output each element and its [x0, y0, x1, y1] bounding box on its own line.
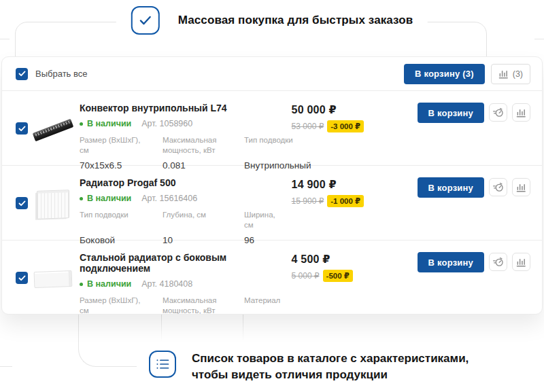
footer-caption-line1: Список товаров в каталоге с характеристи… — [192, 351, 469, 367]
row-checkbox[interactable] — [16, 272, 28, 284]
status-line: В наличии Арт. 15616406 — [80, 194, 292, 203]
discount-badge: -500 ₽ — [323, 270, 353, 282]
edge-tick — [0, 39, 10, 39]
list-toolbar: Выбрать все В корзину (3) (3) — [2, 57, 542, 91]
stopwatch-icon — [492, 257, 504, 267]
product-specs: Тип подводки Глубина, см Ширина, см Боко… — [80, 210, 292, 245]
product-sku: Арт. 1058960 — [141, 119, 192, 128]
stock-status: В наличии — [87, 119, 131, 128]
spec-label: Глубина, см — [163, 210, 244, 230]
section-footer: Список товаров в каталоге с характеристи… — [149, 351, 475, 383]
compare-bars-icon — [516, 257, 526, 267]
status-line: В наличии Арт. 4180408 — [80, 279, 292, 289]
add-to-cart-button[interactable]: В корзину — [418, 177, 484, 198]
old-price: 15 900 ₽ — [292, 196, 324, 206]
product-specs: Размер (ВхШхГ), см Максимальная мощность… — [80, 296, 292, 315]
connector-line — [161, 313, 162, 342]
spec-label: Максимальная мощность, кВт — [163, 135, 244, 156]
product-image[interactable] — [32, 258, 74, 300]
compare-count: (3) — [513, 69, 523, 79]
price-block: 4 500 ₽ 5 000 ₽ -500 ₽ — [292, 249, 418, 282]
stock-dot-icon — [80, 122, 83, 126]
bulk-purchase-feature-section: Массовая покупка для быстрых заказов Выб… — [0, 0, 544, 392]
compare-bars-icon — [498, 69, 509, 79]
product-info: Радиатор Progaf 500 В наличии Арт. 15616… — [80, 175, 292, 245]
quick-order-button[interactable] — [489, 253, 507, 271]
row-actions: В корзину — [418, 100, 530, 123]
product-info: Конвектор внутрипольный L74 В наличии Ар… — [80, 100, 292, 171]
price: 14 900 ₽ — [292, 178, 418, 191]
spec-value: 0.081 — [163, 160, 244, 171]
spec-label: Размер (ВхШхГ), см — [80, 135, 163, 156]
stock-status: В наличии — [87, 279, 131, 289]
edge-tick — [534, 39, 544, 39]
product-specs: Размер (ВхШхГ), см Максимальная мощность… — [80, 135, 292, 171]
spec-label: Тип подводки — [80, 210, 163, 230]
old-price: 53 000 ₽ — [292, 122, 324, 131]
product-title[interactable]: Радиатор Progaf 500 — [80, 177, 292, 188]
product-sku: Арт. 15616406 — [141, 194, 197, 203]
row-actions: В корзину — [418, 249, 530, 272]
spec-label: Максимальная мощность, кВт — [163, 296, 244, 315]
product-title[interactable]: Стальной радиатор с боковым подключением — [80, 252, 292, 274]
section-title: Массовая покупка для быстрых заказов — [178, 14, 413, 27]
bulk-compare-button[interactable]: (3) — [491, 64, 530, 84]
spec-label: Ширина, см — [244, 210, 292, 230]
compare-button[interactable] — [512, 103, 530, 122]
edge-tick — [0, 366, 12, 367]
price-block: 50 000 ₽ 53 000 ₽ -3 000 ₽ — [292, 100, 418, 132]
check-icon — [131, 6, 160, 35]
compare-button[interactable] — [512, 178, 530, 196]
spec-value: 70x15x6.5 — [80, 160, 163, 171]
discount-badge: -1 000 ₽ — [327, 195, 364, 207]
section-header: Массовая покупка для быстрых заказов — [116, 4, 428, 36]
spec-value: Внутрипольный — [244, 160, 318, 171]
stopwatch-icon — [492, 182, 504, 192]
product-title[interactable]: Конвектор внутрипольный L74 — [80, 103, 292, 113]
product-image[interactable] — [32, 109, 74, 151]
price-block: 14 900 ₽ 15 900 ₽ -1 000 ₽ — [292, 175, 418, 207]
old-price: 5 000 ₽ — [292, 271, 320, 281]
toolbar-actions: В корзину (3) (3) — [404, 64, 530, 84]
footer-caption-line2: чтобы видеть отличия продукции — [192, 367, 469, 383]
product-info: Стальной радиатор с боковым подключением… — [80, 249, 292, 315]
compare-bars-icon — [516, 108, 526, 118]
product-row: Стальной радиатор с боковым подключением… — [2, 240, 542, 315]
connector-line — [243, 313, 243, 342]
product-sku: Арт. 4180408 — [141, 279, 192, 289]
spec-value: Боковой — [80, 235, 163, 245]
stock-dot-icon — [80, 197, 83, 200]
select-all-label: Выбрать все — [35, 69, 87, 79]
product-image[interactable] — [32, 183, 74, 226]
row-actions: В корзину — [418, 175, 530, 198]
discount-badge: -3 000 ₽ — [327, 120, 364, 132]
spec-value: 96 — [244, 235, 292, 245]
spec-value: 10 — [163, 235, 244, 245]
price: 50 000 ₽ — [292, 103, 418, 116]
row-checkbox[interactable] — [16, 197, 28, 209]
bulk-add-to-cart-button[interactable]: В корзину (3) — [404, 64, 485, 84]
add-to-cart-button[interactable]: В корзину — [418, 252, 484, 272]
spec-label: Тип подводки — [244, 135, 318, 156]
product-row: Конвектор внутрипольный L74 В наличии Ар… — [2, 91, 542, 166]
compare-bars-icon — [516, 183, 526, 192]
product-list-panel: Выбрать все В корзину (3) (3) Конвектор … — [1, 56, 543, 315]
stopwatch-icon — [492, 107, 504, 118]
quick-order-button[interactable] — [489, 103, 507, 122]
row-checkbox[interactable] — [16, 122, 28, 135]
stock-status: В наличии — [87, 194, 131, 203]
quick-order-button[interactable] — [489, 178, 507, 196]
price: 4 500 ₽ — [292, 253, 418, 266]
stock-dot-icon — [80, 283, 83, 286]
status-line: В наличии Арт. 1058960 — [80, 119, 292, 128]
list-icon — [149, 351, 176, 378]
select-all-checkbox[interactable] — [16, 68, 28, 80]
spec-label: Материал — [244, 296, 292, 315]
connector-line — [78, 311, 137, 367]
add-to-cart-button[interactable]: В корзину — [418, 103, 484, 123]
compare-button[interactable] — [512, 253, 530, 271]
product-row: Радиатор Progaf 500 В наличии Арт. 15616… — [2, 166, 542, 240]
spec-label: Размер (ВхШхГ), см — [80, 296, 163, 315]
footer-caption: Список товаров в каталоге с характеристи… — [192, 351, 469, 383]
